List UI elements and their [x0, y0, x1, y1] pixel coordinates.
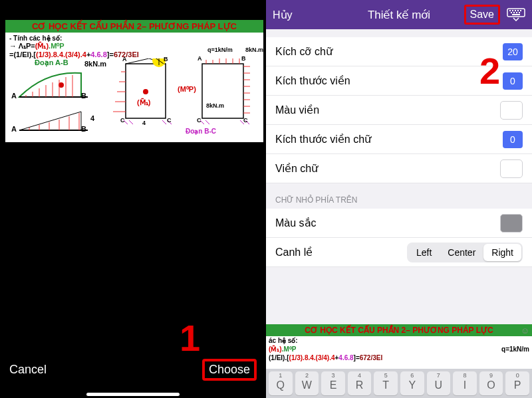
seg-left[interactable]: Left: [408, 244, 440, 261]
label-M1: (M̄₁): [137, 98, 150, 107]
svg-rect-57: [519, 12, 520, 13]
align-segmented-control[interactable]: Left Center Right: [407, 243, 523, 262]
emoji-icon[interactable]: ☺: [521, 326, 529, 336]
label-4: 4: [90, 114, 94, 122]
keyboard-row: 1Q 2W 3E 4R 5T 6Y 7U 8I 9O 0P: [266, 369, 532, 398]
value-badge[interactable]: 0: [503, 72, 523, 90]
row-label: Màu sắc: [275, 217, 317, 229]
row-label: Kích thước viền chữ: [275, 133, 371, 146]
key-o[interactable]: 9O: [479, 371, 503, 395]
seg-right[interactable]: Right: [483, 244, 521, 261]
svg-rect-53: [520, 10, 521, 11]
key-u[interactable]: 7U: [427, 371, 451, 395]
color-swatch[interactable]: [500, 214, 523, 233]
star-icon: ✿: [267, 325, 275, 336]
preview-line1: ác hệ số:: [266, 336, 532, 345]
label-A: A: [11, 92, 17, 100]
label-doan-bc: Đoạn B-C: [186, 128, 216, 135]
nav-cancel-button[interactable]: Hủy: [273, 9, 293, 21]
svg-rect-55: [513, 12, 515, 13]
value-badge[interactable]: 20: [503, 43, 523, 60]
row-align: Canh lề Left Center Right: [266, 238, 532, 267]
key-y[interactable]: 6Y: [400, 371, 424, 395]
label-B-lower: B: [81, 125, 86, 133]
choose-button[interactable]: Choose: [202, 359, 257, 381]
label-Mp: (M⁰P): [178, 85, 196, 94]
svg-rect-49: [509, 10, 511, 11]
step-marker-2: 2: [479, 49, 500, 92]
section-header: CHỮ NHỎ PHÍA TRÊN: [266, 183, 532, 209]
row-color[interactable]: Màu sắc: [266, 209, 532, 238]
label-A-lower: A: [11, 125, 17, 133]
key-t[interactable]: 5T: [374, 371, 398, 395]
key-i[interactable]: 8I: [453, 371, 477, 395]
preview-title: CƠ HỌC KẾT CẤU PHẦN 2– PHƯƠNG PHÁP LỰC: [266, 324, 532, 336]
key-p[interactable]: 0P: [505, 371, 529, 395]
svg-line-27: [162, 120, 166, 124]
label-B: B: [81, 92, 86, 100]
svg-point-24: [143, 89, 148, 94]
key-w[interactable]: 2W: [295, 371, 319, 395]
engineering-diagram: [9, 58, 262, 140]
svg-rect-50: [512, 10, 513, 11]
svg-rect-29: [202, 64, 243, 118]
row-label: Màu viền: [275, 104, 319, 116]
image-title: CƠ HỌC KẾT CẤU PHẦN 2– PHƯƠNG PHÁP LỰC: [5, 20, 263, 33]
color-swatch[interactable]: [500, 101, 523, 120]
svg-rect-54: [511, 12, 512, 13]
key-e[interactable]: 3E: [321, 371, 345, 395]
preview-line2: (M̄₁).M⁰P q=1kN/m: [266, 345, 532, 353]
row-label: Canh lề: [275, 246, 313, 258]
row-text-border-color[interactable]: Viền chữ: [266, 154, 532, 183]
svg-rect-51: [515, 10, 516, 11]
svg-line-26: [129, 120, 133, 124]
row-label: Kích cỡ chữ: [275, 45, 332, 58]
svg-rect-52: [517, 10, 519, 11]
row-label: Viền chữ: [275, 162, 318, 175]
color-swatch[interactable]: [500, 159, 523, 178]
seg-center[interactable]: Center: [440, 244, 483, 261]
key-r[interactable]: 4R: [348, 371, 372, 395]
key-q[interactable]: 1Q: [269, 371, 293, 395]
home-indicator[interactable]: [86, 393, 180, 396]
image-picker-screen: CƠ HỌC KẾT CẤU PHẦN 2– PHƯƠNG PHÁP LỰC -…: [0, 0, 266, 398]
row-text-border-size[interactable]: Kích thước viền chữ 0: [266, 125, 532, 154]
label-doan-ab: Đoạn A-B: [35, 58, 68, 67]
label-knm: 8kN.m: [84, 60, 106, 68]
svg-line-45: [205, 120, 209, 124]
row-border-color[interactable]: Màu viền: [266, 96, 532, 125]
svg-rect-56: [516, 12, 517, 13]
svg-rect-58: [512, 14, 520, 15]
row-label: Kích thước viền: [275, 74, 350, 87]
live-preview: ✿ ☺ CƠ HỌC KẾT CẤU PHẦN 2– PHƯƠNG PHÁP L…: [266, 324, 532, 369]
cancel-button[interactable]: Cancel: [9, 363, 47, 377]
value-badge[interactable]: 0: [503, 131, 523, 148]
preview-line3: (1/EI).[(1/3).8.4.(3/4).4+4.6.8]=672/3EI: [266, 353, 532, 362]
nav-save-button[interactable]: Save: [464, 5, 500, 25]
selected-image-preview: CƠ HỌC KẾT CẤU PHẦN 2– PHƯƠNG PHÁP LỰC -…: [5, 20, 263, 142]
text-line1: - Tính các hệ số:: [9, 35, 259, 42]
keyboard-dismiss-icon[interactable]: [507, 8, 525, 21]
navbar: Hủy Thiết kế mới Save: [266, 0, 532, 29]
